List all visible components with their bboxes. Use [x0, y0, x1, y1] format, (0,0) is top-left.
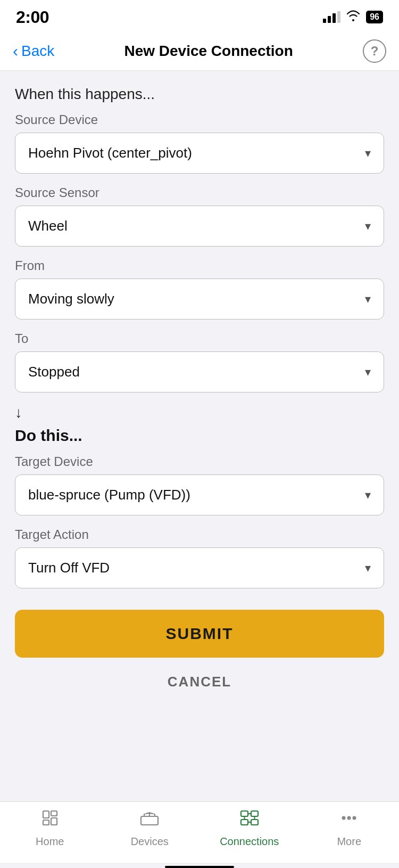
to-chevron-icon: ▾ — [365, 365, 371, 379]
status-icons: 96 — [323, 10, 383, 24]
source-device-label: Source Device — [15, 112, 384, 127]
svg-rect-4 — [141, 816, 158, 825]
target-device-chevron-icon: ▾ — [365, 488, 371, 502]
svg-rect-15 — [241, 820, 248, 825]
from-chevron-icon: ▾ — [365, 292, 371, 306]
source-sensor-label: Source Sensor — [15, 185, 384, 200]
when-section-heading: When this happens... — [15, 86, 384, 103]
tab-connections[interactable]: Connections — [212, 808, 287, 848]
target-device-label: Target Device — [15, 454, 384, 469]
source-device-value: Hoehn Pivot (center_pivot) — [28, 145, 192, 161]
more-icon — [339, 808, 359, 832]
tab-home[interactable]: Home — [13, 808, 87, 848]
tab-home-label: Home — [36, 836, 64, 848]
back-chevron-icon: ‹ — [13, 43, 18, 59]
help-button[interactable]: ? — [363, 39, 386, 63]
source-device-dropdown[interactable]: Hoehn Pivot (center_pivot) ▾ — [15, 133, 384, 174]
tab-more-label: More — [337, 836, 361, 848]
from-label: From — [15, 258, 384, 273]
nav-bar: ‹ Back New Device Connection ? — [0, 32, 399, 71]
status-bar: 2:00 96 — [0, 0, 399, 32]
do-this-heading: Do this... — [15, 427, 384, 445]
svg-point-21 — [342, 816, 346, 820]
home-icon — [40, 808, 60, 832]
to-dropdown[interactable]: Stopped ▾ — [15, 351, 384, 392]
svg-rect-0 — [43, 811, 49, 818]
page-title: New Device Connection — [54, 43, 363, 60]
tab-devices-label: Devices — [131, 836, 169, 848]
target-device-value: blue-spruce (Pump (VFD)) — [28, 487, 190, 503]
from-dropdown[interactable]: Moving slowly ▾ — [15, 279, 384, 320]
source-sensor-value: Wheel — [28, 218, 68, 234]
target-action-chevron-icon: ▾ — [365, 561, 371, 575]
main-content: When this happens... Source Device Hoehn… — [0, 71, 399, 801]
help-icon: ? — [371, 44, 379, 59]
source-device-chevron-icon: ▾ — [365, 146, 371, 160]
section-divider-arrow: ↓ — [15, 404, 384, 421]
signal-icon — [323, 11, 340, 23]
back-button[interactable]: ‹ Back — [13, 43, 54, 60]
target-action-value: Turn Off VFD — [28, 560, 110, 576]
svg-point-22 — [347, 816, 351, 820]
arrow-down-icon: ↓ — [15, 404, 22, 421]
svg-rect-1 — [43, 820, 49, 825]
devices-icon — [139, 808, 160, 832]
to-value: Stopped — [28, 364, 80, 380]
connections-icon — [239, 808, 260, 832]
svg-rect-16 — [251, 820, 258, 825]
svg-rect-2 — [51, 811, 57, 816]
from-value: Moving slowly — [28, 291, 114, 307]
status-time: 2:00 — [16, 7, 49, 27]
svg-rect-14 — [251, 811, 258, 816]
target-action-label: Target Action — [15, 527, 384, 542]
target-action-dropdown[interactable]: Turn Off VFD ▾ — [15, 547, 384, 588]
tab-connections-label: Connections — [220, 836, 279, 848]
svg-rect-3 — [51, 818, 57, 825]
wifi-icon — [346, 10, 361, 24]
source-sensor-dropdown[interactable]: Wheel ▾ — [15, 206, 384, 247]
to-label: To — [15, 331, 384, 346]
svg-point-23 — [353, 816, 356, 820]
target-device-dropdown[interactable]: blue-spruce (Pump (VFD)) ▾ — [15, 474, 384, 515]
submit-button[interactable]: SUBMIT — [15, 610, 384, 658]
home-indicator — [165, 866, 234, 868]
source-sensor-chevron-icon: ▾ — [365, 219, 371, 233]
tab-devices[interactable]: Devices — [112, 808, 187, 848]
back-label: Back — [21, 43, 54, 60]
cancel-button[interactable]: CANCEL — [15, 664, 384, 700]
tab-more[interactable]: More — [312, 808, 386, 848]
tab-bar: Home Devices — [0, 801, 399, 863]
battery-icon: 96 — [366, 11, 383, 23]
svg-rect-13 — [241, 811, 248, 816]
